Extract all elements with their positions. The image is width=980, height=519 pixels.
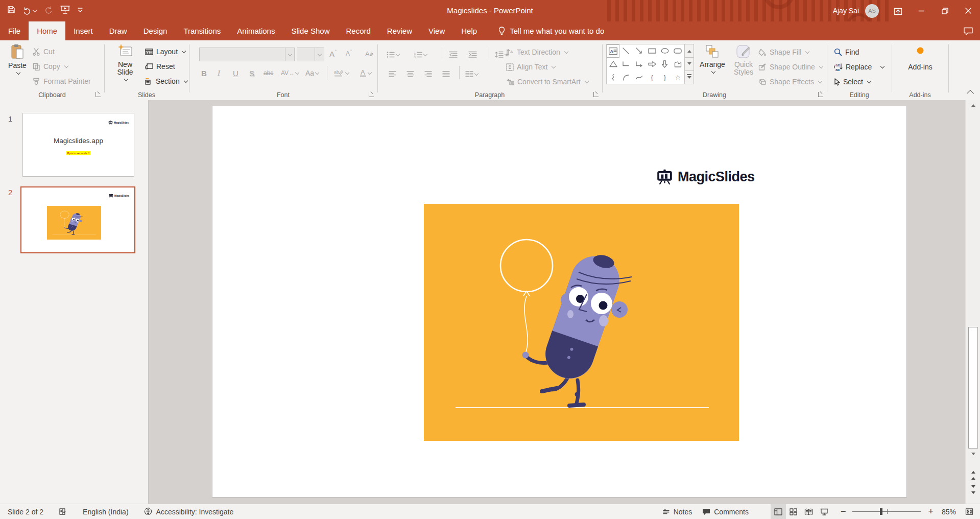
find-button[interactable]: Find	[834, 45, 859, 59]
comments-toggle[interactable]: Comments	[701, 504, 750, 519]
avatar[interactable]: AS	[865, 4, 879, 18]
new-slide-button[interactable]: New Slide	[110, 44, 140, 82]
shape-curve-icon[interactable]	[633, 70, 646, 84]
shapes-more-button[interactable]	[685, 71, 694, 84]
tell-me-icon	[498, 27, 505, 35]
user-name[interactable]: Ajay Sai	[833, 7, 859, 15]
slide-show-view-button[interactable]	[817, 504, 832, 519]
slide-indicator[interactable]: Slide 2 of 2	[6, 504, 45, 519]
ribbon-tab-bar: File Home Insert Draw Design Transitions…	[0, 21, 980, 40]
dialog-launcher-icon[interactable]	[818, 92, 823, 97]
new-slide-icon	[117, 44, 133, 59]
scrollbar-thumb[interactable]	[968, 327, 978, 449]
shape-star-icon[interactable]: ☆	[672, 70, 684, 84]
minimize-button[interactable]	[910, 0, 933, 21]
shape-down-arrow-icon[interactable]	[658, 58, 671, 71]
comments-bubble-icon[interactable]	[964, 27, 973, 35]
shape-rounded-rectangle-icon[interactable]	[672, 44, 684, 58]
comments-icon	[702, 508, 710, 515]
shape-rectangle-icon[interactable]	[646, 44, 658, 58]
language-indicator[interactable]: English (India)	[81, 504, 130, 519]
shape-oval-icon[interactable]	[658, 44, 671, 58]
logo-icon	[656, 169, 673, 185]
slide-2-thumbnail-selected[interactable]: MagicSlides	[20, 186, 135, 253]
dialog-launcher-icon[interactable]	[369, 92, 374, 97]
save-icon[interactable]	[7, 6, 15, 16]
tab-file[interactable]: File	[0, 21, 29, 40]
shape-arc-icon[interactable]	[619, 70, 632, 84]
character-spacing-button: AV↔	[281, 67, 299, 79]
tab-transitions[interactable]: Transitions	[175, 21, 229, 40]
shape-text-box-icon[interactable]: A	[607, 44, 619, 58]
paste-button[interactable]: Paste	[4, 44, 31, 75]
collapse-ribbon-button[interactable]	[967, 90, 974, 97]
shape-right-brace-icon[interactable]: }	[658, 70, 671, 84]
next-slide-button[interactable]	[968, 484, 978, 496]
shape-elbow-connector-icon[interactable]	[619, 58, 632, 71]
reset-button[interactable]: Reset	[145, 60, 175, 73]
balloon-character-illustration[interactable]	[424, 204, 739, 441]
customize-quick-access-icon[interactable]	[78, 6, 83, 15]
shape-elbow-arrow-connector-icon[interactable]	[633, 58, 646, 71]
tab-insert[interactable]: Insert	[65, 21, 101, 40]
notes-toggle[interactable]: Notes	[661, 504, 694, 519]
zoom-slider[interactable]	[852, 504, 921, 519]
shape-scribble-icon[interactable]	[607, 70, 619, 84]
zoom-level[interactable]: 85%	[940, 504, 958, 519]
tab-design[interactable]: Design	[135, 21, 176, 40]
tab-help[interactable]: Help	[453, 21, 485, 40]
format-painter-button: Format Painter	[33, 75, 91, 88]
layout-button[interactable]: Layout	[145, 45, 185, 58]
dialog-launcher-icon[interactable]	[95, 92, 101, 97]
shape-arrow-icon[interactable]	[633, 44, 646, 58]
tab-draw[interactable]: Draw	[101, 21, 135, 40]
shapes-scroll-down-button[interactable]	[685, 58, 694, 71]
normal-view-button[interactable]	[771, 504, 786, 519]
previous-slide-button[interactable]	[968, 469, 978, 481]
start-slideshow-icon[interactable]	[60, 6, 70, 16]
shape-line-icon[interactable]	[619, 44, 632, 58]
zoom-slider-handle[interactable]	[880, 508, 882, 515]
arrange-button[interactable]: Arrange	[698, 44, 727, 74]
font-size-dropdown	[297, 48, 324, 61]
shape-right-arrow-icon[interactable]	[646, 58, 658, 71]
dialog-launcher-icon[interactable]	[593, 92, 599, 97]
clear-formatting-icon: A	[365, 50, 374, 58]
shape-triangle-icon[interactable]	[607, 58, 619, 71]
shape-left-brace-icon[interactable]: {	[646, 70, 658, 84]
tell-me-box[interactable]: Tell me what you want to do	[498, 21, 604, 40]
slide-sorter-view-button[interactable]	[786, 504, 801, 519]
replace-button[interactable]: abac Replace	[834, 60, 884, 74]
group-label-drawing: Drawing	[602, 91, 827, 99]
shape-freeform-icon[interactable]	[672, 58, 684, 71]
tab-view[interactable]: View	[420, 21, 453, 40]
section-button[interactable]: Section	[145, 75, 187, 88]
accessibility-status[interactable]: Accessibility: Investigate	[142, 504, 235, 519]
change-case-button: Aa	[305, 67, 319, 79]
zoom-out-button[interactable]: −	[839, 504, 848, 519]
tab-home[interactable]: Home	[29, 21, 65, 40]
shapes-scroll-up-button[interactable]	[685, 44, 694, 58]
slide-2-thumbnail-image	[47, 206, 101, 240]
fit-slide-to-window-button[interactable]	[962, 504, 977, 519]
slide-1-thumbnail[interactable]: MagicSlides Magicslides.app Ppts in seco…	[22, 113, 134, 177]
tab-animations[interactable]: Animations	[229, 21, 283, 40]
tab-record[interactable]: Record	[338, 21, 378, 40]
proofing-icon[interactable]	[57, 504, 69, 519]
add-ins-button[interactable]: Add-ins	[905, 46, 936, 71]
redo-icon	[44, 6, 53, 16]
slide-canvas[interactable]: MagicSlides	[212, 106, 906, 497]
tab-review[interactable]: Review	[379, 21, 420, 40]
slide-logo[interactable]: MagicSlides	[656, 169, 755, 185]
undo-button[interactable]	[23, 7, 36, 15]
restore-button[interactable]	[933, 0, 957, 21]
close-button[interactable]	[957, 0, 980, 21]
tab-slide-show[interactable]: Slide Show	[283, 21, 338, 40]
scroll-down-button[interactable]	[968, 452, 978, 457]
ribbon-display-options-button[interactable]	[886, 0, 910, 21]
zoom-in-button[interactable]: +	[926, 504, 935, 519]
reading-view-button[interactable]	[801, 504, 817, 519]
select-button[interactable]: Select	[834, 75, 871, 88]
status-bar: Slide 2 of 2 English (India) Accessibili…	[0, 504, 980, 519]
scroll-up-button[interactable]	[968, 102, 978, 108]
